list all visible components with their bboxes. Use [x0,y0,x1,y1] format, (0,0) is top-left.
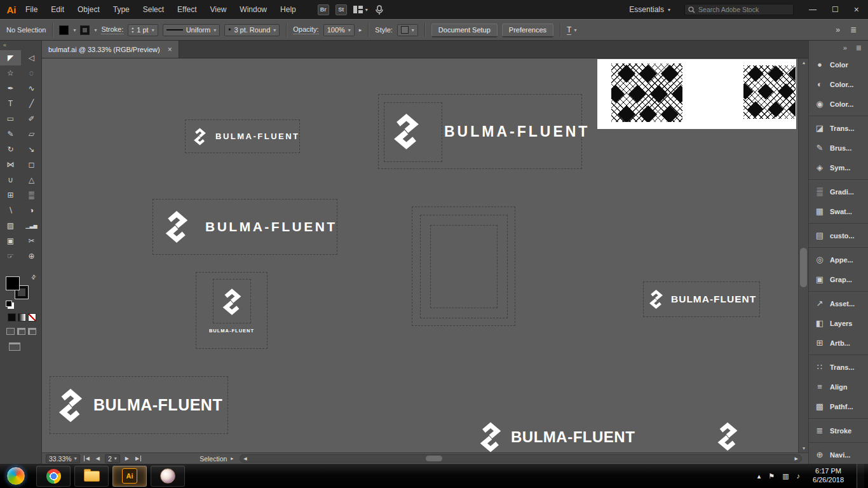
taskbar-clock[interactable]: 6:17 PM 6/26/2018 [808,467,849,485]
default-fill-stroke-icon[interactable] [6,301,12,307]
column-graph-tool[interactable]: ▁▃▅ [21,218,42,233]
stock-search[interactable] [684,4,794,15]
artboard-fragment[interactable] [597,59,796,129]
flyout-icon[interactable]: ▸ [359,27,362,33]
fill-color-swatch[interactable] [6,276,20,290]
artboard-tool[interactable]: ▣ [0,233,21,248]
document-setup-button[interactable]: Document Setup [431,24,498,37]
volume-icon[interactable]: ♪ [797,472,801,480]
canvas[interactable]: BULMA-FLUENT BULMA-FLUENT BULMA-FLUENT B… [42,58,798,452]
curvature-tool[interactable]: ∿ [21,81,42,96]
panel-tab-align[interactable]: ≡Align [809,377,868,396]
width-tool[interactable]: ⋈ [0,157,21,172]
gradient-button[interactable] [18,313,26,322]
mesh-tool[interactable]: ⊞ [0,187,21,203]
hand-tool[interactable]: ☞ [0,248,21,264]
type-options-icon[interactable]: T ▾ [567,25,576,35]
taskbar-chrome-button[interactable] [36,466,71,487]
menu-item-type[interactable]: Type [113,5,130,14]
logo-mark-bottom-right[interactable] [717,421,738,452]
stock-button[interactable]: St [336,4,347,15]
panel-tab-artb[interactable]: ⊞Artb... [809,333,868,353]
first-artboard-button[interactable]: ◀ [84,456,91,461]
menu-item-file[interactable]: File [25,5,37,14]
none-button[interactable] [28,313,36,322]
width-profile-dropdown[interactable]: Uniform ▾ [163,24,220,36]
panel-tab-asset[interactable]: ↗Asset... [809,294,868,313]
tab-close-icon[interactable]: × [168,45,172,54]
direct-selection-tool[interactable]: ◁ [21,50,42,65]
rotate-tool[interactable]: ↻ [0,142,21,157]
panel-tab-color[interactable]: ●Color [809,55,868,74]
rectangle-tool[interactable]: ▭ [0,111,21,126]
logo-artwork-small-top[interactable]: BULMA-FLUENT [185,119,300,153]
horizontal-scroll-thumb[interactable] [426,456,442,461]
arrange-documents-icon[interactable]: ▾ [353,6,368,13]
pattern-swatch[interactable] [743,65,796,119]
swap-fill-stroke-icon[interactable]: ⇄ [30,273,37,281]
draw-inside-button[interactable] [28,328,36,335]
logo-artwork-right[interactable]: BULMA-FLUENT [643,281,760,317]
panel-menu-icon[interactable]: ≣ [856,44,862,52]
color-button[interactable] [8,313,16,322]
scale-tool[interactable]: ↘ [21,142,42,157]
pattern-swatch[interactable] [611,64,682,122]
logo-artwork-mid-left[interactable]: BULMA-FLUENT [153,199,337,255]
shaper-tool[interactable]: ✎ [0,126,21,142]
menu-item-view[interactable]: View [210,5,227,14]
panel-tab-custo[interactable]: ▤custo... [809,226,868,245]
line-segment-tool[interactable]: ╱ [21,96,42,111]
panel-tab-color[interactable]: ◐Color... [809,74,868,94]
next-artboard-button[interactable]: ▶ [124,456,130,461]
brush-dropdown[interactable]: • 3 pt. Round ▾ [224,24,280,36]
free-transform-tool[interactable]: ◻ [21,157,42,172]
type-tool[interactable]: T [0,96,21,111]
tray-expand-icon[interactable]: ▴ [757,472,761,480]
panel-tab-layers[interactable]: ◧Layers [809,313,868,333]
perspective-grid-tool[interactable]: △ [21,172,42,187]
paintbrush-tool[interactable]: ✐ [21,111,42,126]
panel-tab-grap[interactable]: ▣Grap... [809,269,868,289]
scroll-right-icon[interactable]: ▶ [794,456,799,461]
stroke-swatch[interactable] [80,25,90,35]
lasso-tool[interactable]: ◌ [21,65,42,81]
document-tab[interactable]: bulmaf.ai @ 33.33% (RGB/Preview) × [42,41,179,58]
draw-normal-button[interactable] [6,328,15,335]
expand-panels-icon[interactable]: » [843,44,847,51]
workspace-switcher[interactable]: Essentials ▾ [629,5,670,14]
logo-artwork-bottom-left[interactable]: BULMA-FLUENT [50,376,228,434]
horizontal-scrollbar[interactable]: ◀ ▶ [240,454,802,463]
scroll-down-icon[interactable]: ▾ [799,445,809,451]
collapse-tools-icon[interactable]: « [0,41,41,50]
scroll-left-icon[interactable]: ◀ [242,456,248,461]
menu-item-object[interactable]: Object [78,5,100,14]
panel-tab-trans[interactable]: ◪Trans... [809,118,868,138]
opacity-panel-link[interactable]: Opacity: [293,25,318,34]
last-artboard-button[interactable]: ▶ [134,456,141,461]
panel-tab-pathf[interactable]: ▩Pathf... [809,396,868,416]
vertical-scrollbar[interactable]: ▴ ▾ [798,58,808,452]
stroke-weight-field[interactable]: ▴▾ 1 pt ▾ [128,24,158,36]
zoom-dropdown[interactable]: 33.33% ▾ [46,454,80,463]
magic-wand-tool[interactable]: ☆ [0,65,21,81]
minimize-button[interactable]: — [809,5,817,14]
previous-artboard-button[interactable]: ◀ [95,456,101,461]
mic-icon[interactable] [374,5,384,15]
menu-item-edit[interactable]: Edit [51,5,64,14]
stepper-icon[interactable]: ▴▾ [132,26,133,34]
logo-artwork-bottom-center[interactable]: BULMA-FLUENT [479,418,646,452]
taskbar-explorer-button[interactable] [74,466,109,487]
pen-tool[interactable]: ✒ [0,81,21,96]
eyedropper-tool[interactable]: ∖ [0,203,21,218]
panel-tab-swat[interactable]: ▦Swat... [809,201,868,221]
show-desktop-button[interactable] [857,464,864,488]
action-center-flag-icon[interactable]: ⚑ [768,472,775,480]
close-button[interactable]: × [854,4,859,15]
shape-builder-tool[interactable]: ∪ [0,172,21,187]
logo-artwork-stacked[interactable]: BULMA-FLUENT [196,272,268,349]
panel-tab-gradi[interactable]: ▒Gradi... [809,182,868,201]
panel-tab-appe[interactable]: ◎Appe... [809,250,868,269]
panel-menu-icon[interactable]: ≣ [850,25,857,34]
panel-tab-sym[interactable]: ◈Sym... [809,158,868,177]
fill-swatch[interactable] [59,25,69,35]
